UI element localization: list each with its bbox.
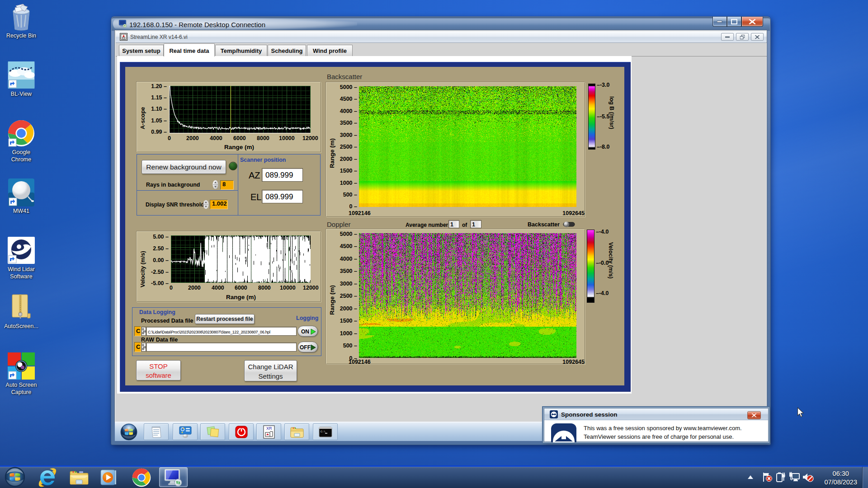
svg-text:C:\: C:\ — [321, 430, 326, 433]
svg-text:XR: XR — [266, 426, 272, 431]
